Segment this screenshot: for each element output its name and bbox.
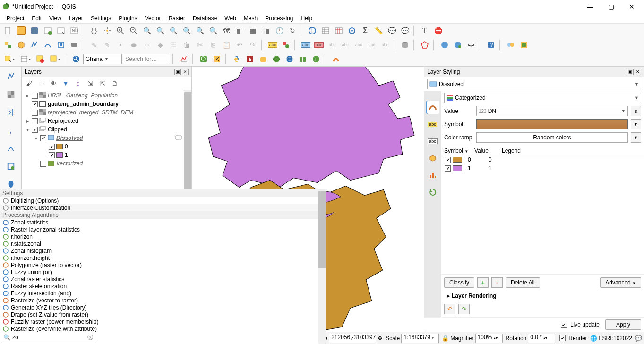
- expander-icon[interactable]: ▾: [25, 127, 30, 132]
- locator-result[interactable]: Raster skeletonization: [0, 283, 326, 290]
- osm-tools-icon[interactable]: [297, 53, 309, 65]
- new-print-layout-icon[interactable]: [42, 25, 54, 37]
- select-features-icon[interactable]: ▾: [2, 53, 17, 65]
- category-checkbox[interactable]: ✔: [445, 157, 451, 163]
- zoom-in-icon[interactable]: [114, 25, 127, 37]
- deselect-all-icon[interactable]: [34, 53, 46, 65]
- styling-undock-icon[interactable]: ▣: [627, 69, 634, 75]
- minimize-button[interactable]: —: [580, 0, 601, 13]
- style-manager-icon[interactable]: ab: [68, 25, 80, 37]
- new-project-icon[interactable]: [2, 25, 14, 37]
- locator-result[interactable]: Rasterize (vector to raster): [0, 297, 326, 304]
- globe-green-icon[interactable]: [270, 53, 283, 65]
- metasearch-icon[interactable]: [438, 39, 451, 51]
- ramp-menu-button[interactable]: ▼: [631, 132, 641, 143]
- close-button[interactable]: ✕: [621, 0, 642, 13]
- locator-result[interactable]: Fuzzy intersection (and): [0, 290, 326, 297]
- styling-layer-select[interactable]: Dissolved▼: [427, 79, 641, 89]
- layer-tree-item[interactable]: ▾✔Dissolved: [22, 134, 191, 142]
- col-value[interactable]: Value: [472, 146, 499, 155]
- messages-icon[interactable]: 💬: [635, 335, 642, 342]
- symbol-menu-button[interactable]: ▼: [631, 119, 641, 129]
- identify-icon[interactable]: i: [306, 25, 318, 37]
- category-row[interactable]: ✔00: [441, 155, 644, 164]
- statistics-icon[interactable]: Σ: [359, 25, 371, 37]
- visibility-checkbox[interactable]: ✔: [32, 127, 38, 133]
- zoom-next-icon[interactable]: 🔍: [207, 25, 219, 37]
- move-feature-icon[interactable]: ↔: [141, 39, 153, 51]
- menu-mesh[interactable]: Mesh: [240, 14, 261, 23]
- delete-all-button[interactable]: Delete All: [506, 277, 540, 288]
- copy-icon[interactable]: ⎘: [207, 39, 219, 51]
- style-redo-button[interactable]: ↷: [458, 304, 470, 314]
- diagram-icon[interactable]: [280, 39, 292, 51]
- add-category-button[interactable]: ＋: [477, 277, 489, 288]
- layout-manager-icon[interactable]: [55, 25, 67, 37]
- locator-result[interactable]: r.stats.zonal: [0, 240, 326, 247]
- labels-tab-icon[interactable]: abc: [426, 118, 439, 131]
- identify-plus-icon[interactable]: i: [310, 53, 322, 65]
- category-swatch-icon[interactable]: [453, 165, 462, 171]
- paste-icon[interactable]: 📋: [220, 39, 232, 51]
- symbol-button[interactable]: [476, 119, 628, 129]
- orfeo-icon[interactable]: [257, 53, 269, 65]
- add-vector-icon[interactable]: [4, 69, 18, 84]
- locator-result[interactable]: r.horizon.height: [0, 254, 326, 261]
- locator-result[interactable]: Digitizing (Options): [0, 197, 326, 204]
- layers-close-icon[interactable]: ✕: [182, 69, 189, 75]
- label-props-icon[interactable]: abc: [379, 39, 391, 51]
- add-raster-icon[interactable]: [4, 87, 18, 102]
- menu-processing[interactable]: Processing: [261, 14, 297, 23]
- menu-edit[interactable]: Edit: [28, 14, 45, 23]
- 3d-tab-icon[interactable]: [426, 152, 439, 165]
- layers-add-group-icon[interactable]: ▭: [36, 78, 46, 89]
- pan-icon[interactable]: [88, 25, 100, 37]
- scale-input[interactable]: 1:1683379 ▾: [401, 334, 439, 343]
- layer-tree-item[interactable]: ✔0: [22, 142, 191, 151]
- zoom-last-icon[interactable]: 🔍: [194, 25, 206, 37]
- dataplotly-icon[interactable]: [178, 53, 190, 65]
- search-input[interactable]: Search for…: [123, 54, 170, 64]
- save-edits-icon[interactable]: ✎: [101, 39, 113, 51]
- python-console-icon[interactable]: [231, 53, 243, 65]
- zoom-out-icon[interactable]: [128, 25, 140, 37]
- menu-help[interactable]: Help: [297, 14, 317, 23]
- layers-remove-icon[interactable]: 🗋: [110, 78, 120, 89]
- menu-database[interactable]: Database: [189, 14, 221, 23]
- no-action-icon[interactable]: ⛔: [432, 25, 444, 37]
- locator-result[interactable]: Generate XYZ tiles (Directory): [0, 304, 326, 311]
- zoom-native-icon[interactable]: 🔍: [141, 25, 153, 37]
- maximize-button[interactable]: ▢: [601, 0, 621, 13]
- label-pin-icon[interactable]: abc: [313, 39, 325, 51]
- color-ramp-button[interactable]: Random colors: [476, 132, 628, 143]
- topology-checker-icon[interactable]: [419, 39, 431, 51]
- label-rotate-icon[interactable]: abc: [352, 39, 365, 51]
- menu-view[interactable]: View: [45, 14, 65, 23]
- menu-settings[interactable]: Settings: [87, 14, 115, 23]
- style-undo-button[interactable]: ↶: [444, 304, 455, 314]
- render-checkbox[interactable]: ✔Render: [558, 335, 587, 342]
- expander-icon[interactable]: ▾: [33, 136, 39, 141]
- pan-to-selection-icon[interactable]: [101, 25, 113, 37]
- text-annotation-icon[interactable]: T: [419, 25, 431, 37]
- locator-input[interactable]: 🔍 ⓧ: [1, 332, 95, 343]
- visibility-checkbox[interactable]: ✔: [40, 135, 46, 141]
- delete-selected-icon[interactable]: 🗑: [180, 39, 193, 51]
- add-virtual-icon[interactable]: [4, 159, 18, 173]
- refresh-icon[interactable]: ↻: [286, 25, 299, 37]
- lock-icon[interactable]: 🔒: [442, 335, 449, 342]
- magnifier-input[interactable]: 100% ▴▾: [475, 334, 503, 343]
- visibility-checkbox[interactable]: [32, 118, 38, 124]
- menu-vector[interactable]: Vector: [141, 14, 165, 23]
- menu-raster[interactable]: Raster: [165, 14, 189, 23]
- locator-result[interactable]: Rasterize (overwrite with attribute): [0, 325, 326, 332]
- menu-project[interactable]: Project: [3, 14, 28, 23]
- visibility-checkbox[interactable]: [40, 161, 46, 167]
- add-spatialite-icon[interactable]: [4, 141, 18, 155]
- new-spatialite-icon[interactable]: [42, 39, 54, 51]
- josm-icon[interactable]: [211, 53, 223, 65]
- advanced-button[interactable]: Advanced ▼: [600, 277, 641, 288]
- layer-tree-item[interactable]: ✔1: [22, 151, 191, 159]
- digitize-icon[interactable]: ⬬: [128, 39, 140, 51]
- add-mesh-icon[interactable]: [4, 105, 18, 120]
